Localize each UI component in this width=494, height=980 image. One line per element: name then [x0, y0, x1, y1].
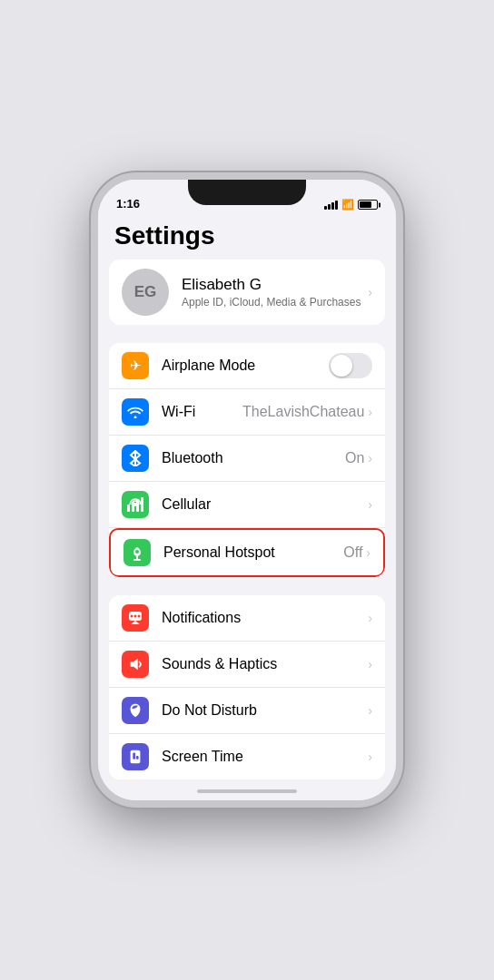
bluetooth-row[interactable]: Bluetooth On ›	[109, 436, 385, 482]
wifi-icon	[122, 398, 149, 426]
sounds-label: Sounds & Haptics	[162, 656, 368, 672]
profile-subtitle: Apple ID, iCloud, Media & Purchases	[182, 296, 368, 309]
phone-frame: 1:16 📶 Settings E	[91, 172, 403, 808]
battery-icon	[358, 200, 378, 210]
profile-chevron-icon: ›	[368, 285, 372, 299]
airplane-mode-row[interactable]: ✈ Airplane Mode	[109, 343, 385, 389]
notifications-group: Notifications › Sounds & Haptics ›	[109, 595, 385, 779]
svg-point-9	[138, 615, 141, 618]
svg-point-5	[135, 550, 139, 554]
connectivity-group: ✈ Airplane Mode	[109, 343, 385, 577]
screentime-chevron-icon: ›	[368, 750, 372, 764]
personal-hotspot-container: Personal Hotspot Off ›	[109, 528, 385, 577]
page-title: Settings	[98, 214, 396, 260]
status-bar: 1:16 📶	[98, 180, 396, 214]
profile-name: Elisabeth G	[182, 276, 368, 294]
hotspot-value: Off	[343, 544, 362, 561]
profile-row[interactable]: EG Elisabeth G Apple ID, iCloud, Media &…	[109, 260, 385, 325]
hotspot-chevron-icon: ›	[366, 545, 370, 560]
bluetooth-label: Bluetooth	[162, 450, 345, 466]
power-button	[401, 316, 403, 379]
notifications-label: Notifications	[162, 610, 368, 626]
personal-hotspot-row[interactable]: Personal Hotspot Off ›	[111, 530, 383, 575]
status-icons: 📶	[324, 199, 378, 211]
status-time: 1:16	[116, 197, 140, 211]
notifications-icon	[122, 604, 149, 632]
wifi-chevron-icon: ›	[368, 405, 372, 419]
screentime-row[interactable]: Screen Time ›	[109, 734, 385, 779]
airplane-toggle[interactable]	[329, 353, 372, 378]
bluetooth-chevron-icon: ›	[368, 451, 372, 466]
dnd-chevron-icon: ›	[368, 703, 372, 718]
cellular-row[interactable]: Cellular ›	[109, 482, 385, 528]
sounds-chevron-icon: ›	[368, 657, 372, 671]
svg-point-8	[134, 615, 137, 618]
battery-fill	[360, 201, 371, 208]
svg-rect-0	[127, 505, 130, 512]
home-bar	[197, 789, 297, 793]
screentime-label: Screen Time	[162, 749, 368, 765]
hotspot-icon	[124, 539, 151, 566]
home-indicator	[98, 782, 396, 800]
wifi-status-icon: 📶	[341, 199, 354, 211]
settings-content[interactable]: Settings EG Elisabeth G Apple ID, iCloud…	[98, 214, 396, 782]
volume-down-button	[91, 357, 93, 402]
hotspot-label: Personal Hotspot	[163, 544, 343, 561]
wifi-label: Wi-Fi	[162, 404, 242, 420]
cellular-chevron-icon: ›	[368, 497, 372, 512]
mute-button	[91, 261, 93, 290]
notifications-row[interactable]: Notifications ›	[109, 595, 385, 642]
personal-hotspot-highlight: Personal Hotspot Off ›	[109, 528, 385, 577]
signal-bars-icon	[324, 201, 338, 210]
bluetooth-value: On	[345, 450, 364, 466]
cellular-icon	[122, 491, 149, 518]
svg-marker-10	[131, 659, 138, 671]
screen: 1:16 📶 Settings E	[98, 180, 396, 800]
svg-point-4	[133, 503, 137, 506]
svg-point-7	[131, 615, 133, 618]
svg-rect-13	[136, 756, 139, 760]
bluetooth-icon	[122, 445, 149, 472]
dnd-label: Do Not Disturb	[162, 702, 368, 719]
sounds-row[interactable]: Sounds & Haptics ›	[109, 642, 385, 688]
toggle-knob	[331, 355, 352, 377]
dnd-row[interactable]: Do Not Disturb ›	[109, 688, 385, 734]
wifi-value: TheLavishChateau	[242, 404, 364, 420]
profile-section[interactable]: EG Elisabeth G Apple ID, iCloud, Media &…	[109, 260, 385, 325]
volume-up-button	[91, 302, 93, 348]
wifi-row[interactable]: Wi-Fi TheLavishChateau ›	[109, 389, 385, 436]
sounds-icon	[122, 651, 149, 678]
screentime-icon	[122, 743, 149, 770]
cellular-label: Cellular	[162, 496, 368, 513]
profile-info: Elisabeth G Apple ID, iCloud, Media & Pu…	[182, 276, 368, 309]
avatar: EG	[122, 269, 169, 316]
airplane-label: Airplane Mode	[162, 358, 329, 374]
airplane-icon: ✈	[122, 352, 149, 379]
notifications-chevron-icon: ›	[368, 611, 372, 625]
dnd-icon	[122, 697, 149, 724]
svg-rect-12	[133, 753, 135, 760]
